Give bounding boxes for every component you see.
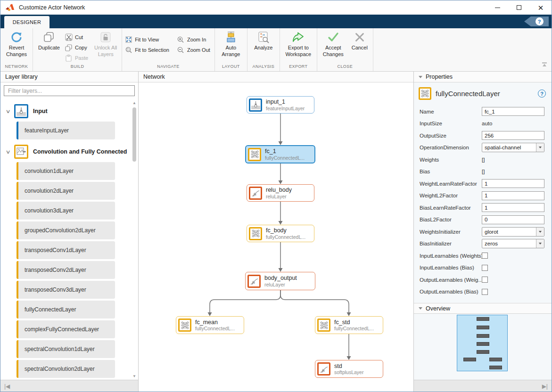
library-item-groupedConvolution2dLayer[interactable]: groupedConvolution2dLayer (16, 221, 115, 239)
close-button[interactable]: ✕ (530, 0, 552, 15)
paste-icon (65, 54, 73, 62)
zoom-out-button[interactable]: Zoom Out (176, 45, 213, 55)
relu-layer-icon: fx (247, 275, 261, 288)
zoom-in-icon (177, 36, 185, 44)
outputlearnables-weights-checkbox[interactable] (482, 277, 488, 283)
unlock-all-layers-button[interactable]: Unlock All Layers (91, 29, 120, 58)
node-fc_std[interactable]: fc_std fullyConnectedL... (315, 316, 383, 334)
duplicate-button[interactable]: Duplicate (34, 29, 64, 51)
weightsinitializer-dropdown[interactable]: glorot (482, 227, 544, 237)
fit-to-view-button[interactable]: Fit to View (124, 34, 172, 45)
node-relu_body[interactable]: fx relu_body reluLayer (247, 184, 314, 202)
property-label: OutputLearnables (Bias) (420, 289, 482, 294)
auto-arrange-label: Auto Arrange (216, 45, 246, 58)
chevron-down-icon (539, 147, 542, 148)
library-item-featureInputLayer[interactable]: featureInputLayer (16, 122, 115, 139)
properties-header[interactable]: Properties (414, 72, 552, 82)
property-row-biasinitializer: BiasInitializer zeros (414, 238, 552, 250)
paste-button[interactable]: Paste (64, 53, 91, 63)
library-item-complexFullyConnectedLayer[interactable]: complexFullyConnectedLayer (16, 320, 115, 338)
outputlearnables-bias-checkbox[interactable] (482, 289, 488, 295)
minimap-node (477, 334, 489, 338)
cut-button[interactable]: Cut (64, 32, 91, 42)
library-item-convolution1dLayer[interactable]: convolution1dLayer (16, 162, 115, 180)
property-row-name: Name (414, 106, 552, 118)
overview-minimap[interactable] (457, 315, 508, 371)
bias-value: [] (482, 169, 485, 174)
input-group-label: Input (33, 108, 48, 114)
node-subtitle: softplusLayer (334, 369, 363, 375)
name-field[interactable] (482, 107, 544, 116)
biasinitializer-dropdown[interactable]: zeros (482, 239, 544, 248)
operationdimension-dropdown[interactable]: spatial-channel (482, 143, 544, 152)
zoom-in-button[interactable]: Zoom In (176, 34, 213, 45)
biasl2factor-field[interactable] (482, 215, 544, 224)
revert-changes-button[interactable]: Revert Changes (2, 29, 31, 58)
duplicate-icon (43, 31, 56, 43)
library-group-input[interactable]: ∨ Input (0, 101, 138, 122)
node-fc_mean[interactable]: fc_mean fullyConnectedL... (176, 316, 244, 334)
minimap-node (477, 326, 489, 329)
minimize-button[interactable] (486, 0, 508, 15)
auto-arrange-button[interactable]: Auto Arrange (216, 29, 246, 58)
property-row-weightlearnratefactor: WeightLearnRateFactor (414, 178, 552, 190)
inputlearnables-weights-checkbox[interactable] (482, 253, 488, 259)
layer-help-button[interactable]: ? (538, 90, 546, 98)
library-item-transposedConv2dLayer[interactable]: transposedConv2dLayer (16, 261, 115, 279)
outputsize-field[interactable] (482, 131, 544, 140)
fit-to-selection-icon (124, 46, 132, 54)
node-fc_1[interactable]: fc_1 fullyConnectedL... (245, 145, 315, 163)
biaslearnratefactor-field[interactable] (482, 203, 544, 212)
library-item-transposedConv1dLayer[interactable]: transposedConv1dLayer (16, 241, 115, 259)
library-item-fullyConnectedLayer[interactable]: fullyConnectedLayer (16, 301, 115, 318)
collapse-ribbon-button[interactable] (541, 60, 548, 69)
help-button[interactable]: ? (524, 16, 549, 26)
scrollbar-thumb[interactable] (132, 107, 136, 162)
cancel-button[interactable]: Cancel (348, 29, 371, 51)
library-item-spectralConvolution1dLayer[interactable]: spectralConvolution1dLayer (16, 340, 115, 358)
library-scrollbar[interactable]: ▲ ▼ (132, 101, 137, 380)
property-label: OutputSize (420, 133, 482, 139)
property-label: BiasL2Factor (420, 217, 482, 222)
collapse-left-panel-icon[interactable]: |◀ (4, 383, 10, 390)
node-fc_body[interactable]: fc_body fullyConnectedL... (247, 225, 314, 242)
zoom-out-label: Zoom Out (187, 47, 210, 53)
analyze-button[interactable]: Analyze (249, 29, 278, 51)
node-title: fc_1 (265, 148, 305, 155)
weightlearnratefactor-field[interactable] (482, 179, 544, 188)
dropdown-button[interactable] (536, 228, 544, 236)
dropdown-button[interactable] (536, 143, 544, 152)
library-item-label: fullyConnectedLayer (25, 306, 76, 313)
maximize-button[interactable] (508, 0, 530, 15)
dropdown-button[interactable] (536, 239, 544, 248)
weightl2factor-field[interactable] (482, 191, 544, 200)
dropdown-value: zeros (482, 241, 536, 246)
overview-header[interactable]: Overview (414, 303, 552, 314)
analyze-label: Analyze (254, 45, 272, 51)
library-item-spectralConvolution2dLayer[interactable]: spectralConvolution2dLayer (16, 360, 115, 378)
fit-to-selection-button[interactable]: Fit to Selection (124, 45, 172, 55)
export-label: Export to Workspace (281, 45, 315, 58)
export-to-workspace-button[interactable]: Export to Workspace (281, 29, 315, 58)
library-item-transposedConv3dLayer[interactable]: transposedConv3dLayer (16, 281, 115, 299)
node-body_output[interactable]: fx body_output reluLayer (245, 272, 315, 290)
copy-button[interactable]: Copy (64, 42, 91, 53)
node-subtitle: fullyConnectedL... (266, 234, 305, 240)
node-input_1[interactable]: input_1 featureInputLayer (247, 96, 314, 114)
scroll-up-icon[interactable]: ▲ (132, 101, 137, 106)
library-item-convolution2dLayer[interactable]: convolution2dLayer (16, 182, 115, 200)
accept-changes-button[interactable]: Accept Changes (319, 29, 348, 58)
scroll-down-icon[interactable]: ▼ (132, 374, 137, 379)
library-group-convolution[interactable]: ∨ Convolution and Fully Connected (0, 141, 138, 162)
layer-library-title: Layer library (5, 74, 38, 80)
ribbon-tabstrip: DESIGNER ? (0, 15, 552, 28)
network-canvas[interactable]: input_1 featureInputLayer fc_1 fullyConn… (139, 82, 413, 392)
collapse-right-panel-icon[interactable]: ▶| (542, 383, 548, 390)
library-item-convolution3dLayer[interactable]: convolution3dLayer (16, 202, 115, 220)
overview-body (414, 314, 552, 380)
tab-designer[interactable]: DESIGNER (4, 16, 49, 28)
inputlearnables-bias-checkbox[interactable] (482, 265, 488, 271)
property-row-inputlearnables-weights: InputLearnables (Weights) (414, 250, 552, 262)
filter-layers-input[interactable] (4, 85, 135, 96)
node-std[interactable]: fx std softplusLayer (315, 360, 383, 378)
